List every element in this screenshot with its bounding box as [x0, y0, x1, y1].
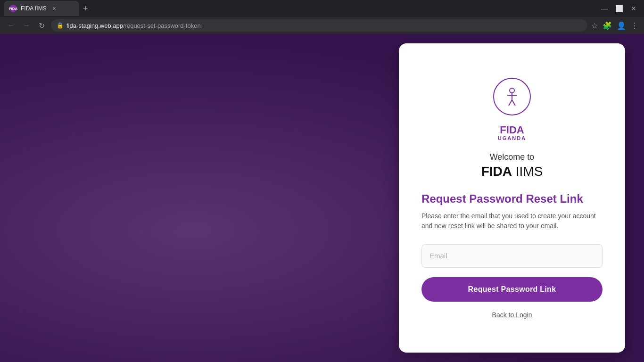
back-button[interactable]: ← [6, 21, 17, 30]
minimize-button[interactable]: — [601, 5, 608, 12]
request-password-link-button[interactable]: Request Password Link [421, 277, 603, 302]
tab-title: FIDA IIMS [21, 5, 47, 12]
lock-icon: 🔒 [57, 22, 64, 29]
svg-point-0 [510, 88, 514, 93]
nav-bar: ← → ↻ 🔒 fida-staging.web.app/request-set… [0, 17, 644, 34]
app-title-regular: IIMS [512, 164, 543, 179]
forward-button[interactable]: → [21, 21, 32, 30]
address-bar[interactable]: 🔒 fida-staging.web.app/request-set-passw… [51, 19, 587, 32]
profile-icon[interactable]: 👤 [617, 21, 626, 30]
bookmark-icon[interactable]: ☆ [591, 21, 598, 30]
svg-line-3 [509, 100, 512, 106]
back-to-login-link[interactable]: Back to Login [492, 311, 532, 319]
welcome-text: Welcome to [490, 152, 535, 162]
logo-svg [500, 85, 524, 108]
menu-icon[interactable]: ⋮ [631, 21, 638, 30]
new-tab-button[interactable]: + [83, 4, 88, 14]
extensions-icon[interactable]: 🧩 [603, 21, 612, 30]
section-description: Please enter the email that you used to … [421, 211, 603, 231]
address-domain: fida-staging.web.app [66, 22, 123, 29]
address-path: /request-set-password-token [123, 22, 201, 29]
close-window-button[interactable]: ✕ [631, 5, 636, 12]
tab-favicon: FIDA [9, 5, 17, 12]
tab-close-button[interactable]: × [52, 5, 56, 12]
logo-text: FIDA UGANDA [498, 125, 526, 141]
svg-line-4 [512, 100, 515, 106]
app-title-bold: FIDA [481, 164, 512, 179]
browser-tab[interactable]: FIDA FIDA IIMS × [4, 1, 79, 16]
title-bar: FIDA FIDA IIMS × + — ⬜ ✕ [0, 0, 644, 17]
address-text: fida-staging.web.app/request-set-passwor… [66, 22, 201, 29]
logo-uganda-text: UGANDA [498, 135, 526, 141]
maximize-button[interactable]: ⬜ [615, 5, 623, 12]
app-title: FIDA IIMS [481, 164, 543, 179]
logo-circle [493, 78, 531, 115]
logo-fida-text: FIDA [500, 125, 524, 135]
email-input[interactable] [421, 244, 603, 268]
reload-button[interactable]: ↻ [36, 21, 47, 30]
reset-password-card: FIDA UGANDA Welcome to FIDA IIMS Request… [399, 43, 625, 353]
window-controls: — ⬜ ✕ [601, 5, 640, 12]
page-content: FIDA UGANDA Welcome to FIDA IIMS Request… [0, 34, 644, 362]
section-title: Request Password Reset Link [421, 192, 603, 206]
nav-actions: ☆ 🧩 👤 ⋮ [591, 21, 638, 30]
browser-chrome: FIDA FIDA IIMS × + — ⬜ ✕ ← → ↻ 🔒 fida-st… [0, 0, 644, 34]
